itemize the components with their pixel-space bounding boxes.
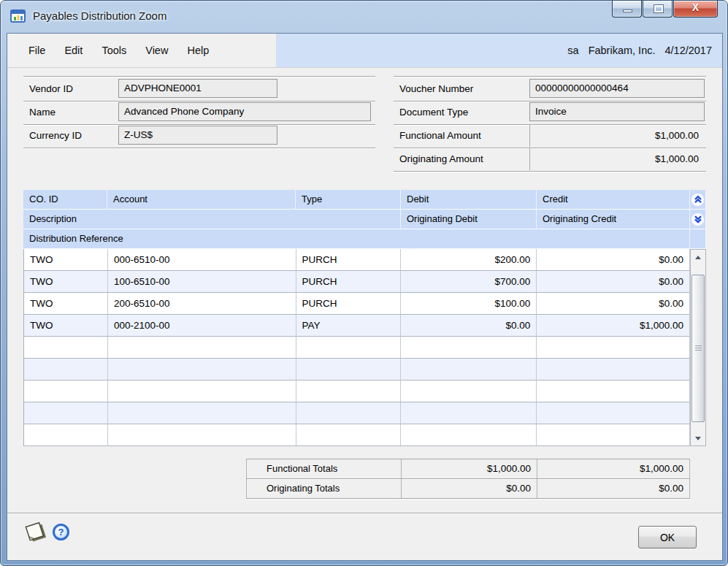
minimize-icon — [623, 9, 632, 12]
maximize-button[interactable] — [643, 1, 673, 18]
cell-empty — [24, 402, 108, 424]
voucher-number-field: 00000000000000464 — [529, 79, 705, 98]
cell-account: 200-6510-00 — [108, 293, 296, 315]
vendor-name-field: Advanced Phone Company — [118, 102, 371, 121]
vendor-id-label: Vendor ID — [29, 77, 73, 101]
cell-empty — [108, 424, 296, 446]
menu-view[interactable]: View — [136, 41, 177, 60]
cell-debit: $100.00 — [401, 293, 537, 315]
cell-empty — [537, 359, 690, 380]
functional-amount-value: $1,000.00 — [529, 125, 705, 147]
cell-empty — [296, 402, 402, 424]
payables-distribution-zoom-window: Payables Distribution Zoom X File Edit T… — [0, 0, 728, 566]
col-header-type: Type — [296, 190, 401, 210]
document-type-field: Invoice — [529, 102, 705, 121]
double-chevron-up-icon — [691, 194, 704, 206]
menu-items: File Edit Tools View Help — [7, 34, 276, 67]
table-row[interactable]: TWO 100-6510-00 PURCH $700.00 $0.00 — [24, 271, 690, 293]
col-header-account: Account — [107, 190, 296, 210]
cell-co-id: TWO — [24, 293, 108, 315]
cell-account: 100-6510-00 — [108, 271, 296, 293]
session-company: Fabrikam, Inc. — [589, 45, 656, 56]
originating-totals-label: Originating Totals — [246, 479, 401, 498]
originating-amount-label: Originating Amount — [399, 148, 483, 171]
menu-file[interactable]: File — [19, 41, 55, 60]
cell-empty — [537, 402, 690, 424]
expand-rows-button[interactable] — [690, 210, 706, 229]
divider — [23, 76, 375, 77]
cell-empty — [401, 359, 537, 380]
col-header-debit: Debit — [401, 190, 537, 210]
cell-account: 000-6510-00 — [108, 249, 296, 271]
currency-id-label: Currency ID — [29, 124, 82, 148]
cell-empty — [24, 380, 108, 402]
cell-debit: $700.00 — [401, 271, 537, 293]
cell-empty — [24, 337, 108, 359]
grid-header-row-3: Distribution Reference — [23, 229, 706, 249]
app-icon — [10, 8, 26, 24]
cell-co-id: TWO — [24, 271, 108, 293]
totals-section: Functional Totals $1,000.00 $1,000.00 Or… — [246, 459, 690, 499]
functional-totals-row: Functional Totals $1,000.00 $1,000.00 — [246, 459, 690, 479]
cell-empty — [401, 337, 537, 359]
ok-button[interactable]: OK — [638, 526, 697, 548]
scrollbar-thumb[interactable] — [691, 275, 705, 422]
help-button[interactable]: ? — [53, 524, 69, 540]
double-chevron-down-icon — [691, 213, 704, 226]
triangle-down-icon — [695, 437, 701, 440]
vendor-name-label: Name — [29, 101, 55, 124]
cell-empty — [108, 380, 296, 402]
cell-empty — [537, 424, 690, 446]
close-icon: X — [674, 1, 717, 13]
cell-empty — [537, 380, 690, 402]
note-attachment-button[interactable] — [22, 519, 48, 545]
col-header-distribution-reference: Distribution Reference — [23, 229, 690, 249]
session-date: 4/12/2017 — [664, 45, 712, 56]
vertical-scrollbar[interactable] — [690, 249, 706, 446]
divider — [394, 76, 706, 77]
cell-type: PURCH — [296, 249, 402, 271]
col-header-credit: Credit — [537, 190, 690, 210]
scroll-up-button[interactable] — [691, 250, 705, 264]
divider — [23, 101, 375, 102]
collapse-rows-button[interactable] — [690, 190, 706, 210]
originating-amount-value: $1,000.00 — [529, 148, 705, 170]
table-row-empty[interactable] — [24, 424, 690, 446]
menu-tools[interactable]: Tools — [92, 41, 136, 60]
originating-totals-credit: $0.00 — [537, 479, 690, 498]
table-row[interactable]: TWO 000-2100-00 PAY $0.00 $1,000.00 — [24, 315, 690, 337]
minimize-button[interactable] — [612, 1, 642, 18]
cell-type: PAY — [296, 315, 402, 337]
menu-help[interactable]: Help — [177, 41, 218, 60]
cell-credit: $0.00 — [537, 293, 690, 315]
session-user: sa — [567, 45, 578, 56]
window-title: Payables Distribution Zoom — [33, 9, 166, 22]
cell-debit: $200.00 — [401, 249, 537, 271]
close-button[interactable]: X — [673, 1, 718, 18]
voucher-number-label: Voucher Number — [399, 77, 473, 101]
note-icon — [22, 519, 48, 545]
cell-account: 000-2100-00 — [108, 315, 296, 337]
table-row-empty[interactable] — [24, 402, 690, 424]
table-row-empty[interactable] — [24, 337, 690, 359]
cell-empty — [401, 424, 537, 446]
table-row[interactable]: TWO 200-6510-00 PURCH $100.00 $0.00 — [24, 293, 690, 315]
window-controls: X — [611, 1, 718, 18]
functional-amount-label: Functional Amount — [399, 124, 481, 148]
divider — [394, 171, 706, 172]
cell-empty — [537, 337, 690, 359]
titlebar[interactable]: Payables Distribution Zoom X — [1, 1, 727, 33]
maximize-icon — [654, 5, 663, 12]
cell-type: PURCH — [296, 293, 402, 315]
cell-type: PURCH — [296, 271, 402, 293]
cell-co-id: TWO — [24, 249, 108, 271]
cell-debit: $0.00 — [401, 315, 537, 337]
menu-edit[interactable]: Edit — [55, 41, 92, 60]
col-header-co-id: CO. ID — [23, 190, 107, 210]
table-row[interactable]: TWO 000-6510-00 PURCH $200.00 $0.00 — [24, 249, 690, 271]
table-row-empty[interactable] — [24, 359, 690, 380]
grid-header-row-1: CO. ID Account Type Debit Credit — [23, 190, 706, 210]
table-row-empty[interactable] — [24, 380, 690, 402]
client-area: File Edit Tools View Help sa Fabrikam, I… — [7, 33, 723, 561]
scroll-down-button[interactable] — [691, 431, 705, 445]
